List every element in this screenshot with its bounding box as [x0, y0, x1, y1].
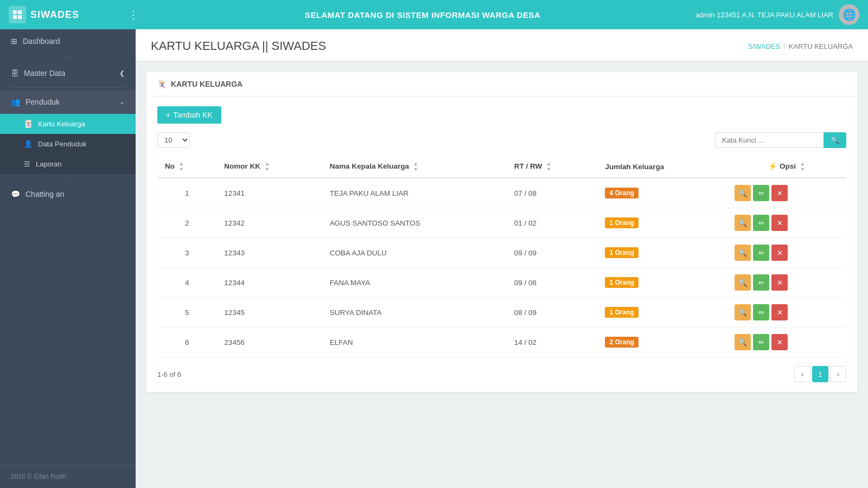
perpage-control: 10 25 50 100	[157, 132, 193, 148]
sidebar-divider-dots-2: ···	[0, 174, 136, 182]
sidebar-item-kartu-keluarga[interactable]: 🃏 Kartu Keluarga	[0, 114, 136, 134]
sidebar-label-chatting: Chatting an	[25, 190, 65, 198]
search-button[interactable]: 🔍	[824, 132, 846, 148]
pencil-icon: ✏	[758, 279, 764, 287]
dash-icon: ⊞	[11, 37, 17, 46]
cell-nama: SURYA DINATA	[322, 298, 507, 328]
jumlah-badge: 1 Orang	[605, 247, 638, 258]
delete-button[interactable]: ✕	[771, 215, 788, 231]
sidebar: ⊞ Dashboard ··· 🗄 Master Data ❮ 👥 Pendud…	[0, 29, 136, 488]
cell-no: 6	[157, 328, 216, 357]
view-button[interactable]: 🔍	[735, 274, 751, 291]
page-title: KARTU KELUARGA || SIWADES	[151, 39, 326, 53]
cell-opsi: 🔍 ✏ ✕	[727, 238, 846, 268]
cell-nomor-kk: 12343	[216, 238, 322, 268]
edit-button[interactable]: ✏	[753, 304, 769, 320]
table-header: No ▲▼ Nomor KK ▲▼ Nama Kepala Keluarga ▲…	[157, 156, 846, 178]
sort-nama-icon[interactable]: ▲▼	[413, 161, 418, 172]
breadcrumb-current: KARTU KELUARGA	[789, 42, 853, 50]
jumlah-badge: 1 Orang	[605, 217, 638, 228]
table-controls: 10 25 50 100 🔍	[157, 132, 846, 148]
cell-nama: FANA MAYA	[322, 268, 507, 298]
cell-opsi: 🔍 ✏ ✕	[727, 178, 846, 208]
sort-rt-rw-icon[interactable]: ▲▼	[546, 161, 551, 172]
edit-button[interactable]: ✏	[753, 334, 769, 350]
delete-button[interactable]: ✕	[771, 304, 788, 320]
view-button[interactable]: 🔍	[735, 215, 751, 231]
user-icon: 👤	[24, 140, 33, 148]
cell-nomor-kk: 12344	[216, 268, 322, 298]
col-opsi: ⚡ Opsi ▲▼	[727, 156, 846, 178]
sidebar-item-master-data[interactable]: 🗄 Master Data ❮	[0, 61, 136, 85]
x-icon: ✕	[777, 219, 783, 227]
cell-rt-rw: 07 / 08	[507, 178, 598, 208]
view-button[interactable]: 🔍	[735, 185, 751, 201]
perpage-select[interactable]: 10 25 50 100	[157, 132, 190, 148]
globe-icon: 🌐	[843, 8, 856, 21]
col-nomor-kk: Nomor KK ▲▼	[216, 156, 322, 178]
chat-icon: 💬	[11, 190, 20, 198]
action-buttons: 🔍 ✏ ✕	[735, 185, 839, 201]
cell-nomor-kk: 12341	[216, 178, 322, 208]
delete-button[interactable]: ✕	[771, 274, 788, 291]
add-kk-button[interactable]: + Tambah KK	[157, 106, 221, 124]
brand-name: SIWADES	[30, 9, 79, 21]
edit-button[interactable]: ✏	[753, 245, 769, 261]
kk-table: No ▲▼ Nomor KK ▲▼ Nama Kepala Keluarga ▲…	[157, 156, 846, 357]
avatar[interactable]: 🌐	[839, 4, 859, 25]
breadcrumb-separator: /	[783, 42, 786, 50]
edit-button[interactable]: ✏	[753, 215, 769, 231]
cell-no: 3	[157, 238, 216, 268]
cell-jumlah: 1 Orang	[597, 238, 727, 268]
sidebar-item-laporan[interactable]: ☰ Laporan	[0, 154, 136, 174]
search-icon: 🔍	[738, 219, 747, 227]
breadcrumb: SIWADES / KARTU KELUARGA	[748, 42, 853, 50]
cell-nomor-kk: 23456	[216, 328, 322, 357]
delete-button[interactable]: ✕	[771, 185, 788, 201]
view-button[interactable]: 🔍	[735, 334, 751, 350]
list-icon: ☰	[24, 160, 30, 168]
pagination-next[interactable]: ›	[830, 366, 846, 382]
pagination: ‹ 1 ›	[794, 366, 846, 382]
breadcrumb-home[interactable]: SIWADES	[748, 42, 780, 50]
topnav-menu-icon[interactable]: ⋮	[128, 8, 139, 21]
chevron-right-icon: ❮	[119, 69, 125, 77]
sidebar-item-penduduk[interactable]: 👥 Penduduk ⌄	[0, 90, 136, 114]
sidebar-submenu-penduduk: 🃏 Kartu Keluarga 👤 Data Penduduk ☰ Lapor…	[0, 114, 136, 174]
edit-button[interactable]: ✏	[753, 274, 769, 291]
pencil-icon: ✏	[758, 309, 764, 317]
sidebar-item-chatting[interactable]: 💬 Chatting an	[0, 182, 136, 206]
sidebar-item-dashboard[interactable]: ⊞ Dashboard	[0, 29, 136, 53]
cell-no: 1	[157, 178, 216, 208]
delete-button[interactable]: ✕	[771, 334, 788, 350]
cell-nama: AGUS SANTOSO SANTOS	[322, 208, 507, 238]
sort-nomor-kk-icon[interactable]: ▲▼	[265, 161, 270, 172]
svg-rect-1	[18, 10, 22, 14]
edit-button[interactable]: ✏	[753, 185, 769, 201]
search-icon: 🔍	[738, 309, 747, 317]
svg-rect-0	[13, 10, 17, 14]
delete-button[interactable]: ✕	[771, 245, 788, 261]
table-row: 3 12343 COBA AJA DULU 09 / 09 1 Orang 🔍 …	[157, 238, 846, 268]
card-header: 🃏 KARTU KELUARGA	[146, 72, 857, 97]
cards-icon: 🃏	[24, 120, 33, 128]
pagination-page-1[interactable]: 1	[812, 366, 828, 382]
sidebar-divider-1	[11, 87, 125, 88]
view-button[interactable]: 🔍	[735, 245, 751, 261]
cell-no: 2	[157, 208, 216, 238]
cell-rt-rw: 08 / 09	[507, 298, 598, 328]
pagination-prev[interactable]: ‹	[794, 366, 810, 382]
x-icon: ✕	[777, 249, 783, 257]
x-icon: ✕	[777, 309, 783, 317]
sidebar-footer: 2016 © Elfan Rodh	[0, 465, 136, 488]
sort-no-icon[interactable]: ▲▼	[179, 161, 184, 172]
action-buttons: 🔍 ✏ ✕	[735, 215, 839, 231]
sidebar-item-data-penduduk[interactable]: 👤 Data Penduduk	[0, 134, 136, 154]
search-input[interactable]	[715, 132, 824, 148]
topnav-title: SELAMAT DATANG DI SISTEM INFORMASI WARGA…	[150, 10, 695, 20]
sidebar-divider-dots-1: ···	[0, 53, 136, 61]
sidebar-label-dashboard: Dashboard	[23, 37, 60, 46]
brand-icon	[9, 6, 26, 23]
sort-opsi-icon[interactable]: ▲▼	[800, 161, 805, 172]
view-button[interactable]: 🔍	[735, 304, 751, 320]
